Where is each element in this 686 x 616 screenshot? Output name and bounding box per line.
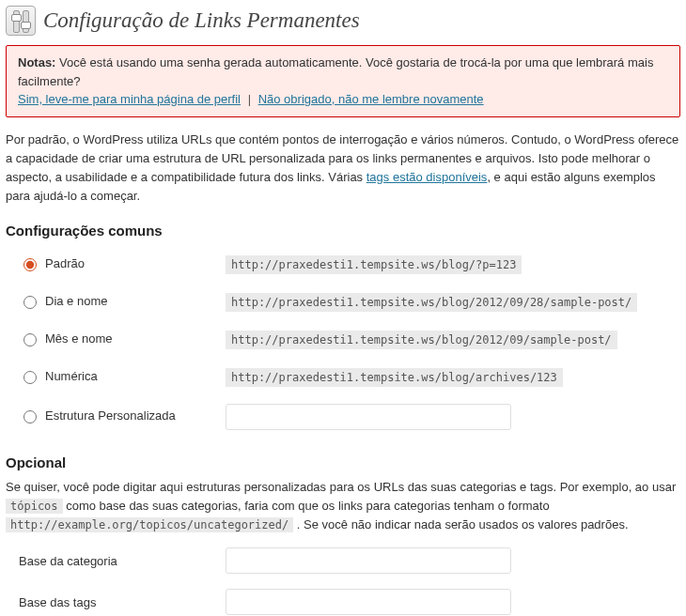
permalink-options-table: Padrãohttp://praxedesti1.tempsite.ws/blo… <box>6 246 680 438</box>
tag-base-input[interactable] <box>226 589 511 615</box>
notice-separator: | <box>244 92 255 106</box>
permalink-option-label-text: Mês e nome <box>45 331 113 346</box>
permalink-example-default: http://praxedesti1.tempsite.ws/blog/?p=1… <box>226 255 522 274</box>
permalink-radio-numeric[interactable] <box>23 371 37 384</box>
opt-code-topics: tópicos <box>6 499 63 514</box>
opt-code-example-url: http://example.org/topicos/uncategorized… <box>6 517 293 532</box>
permalink-radio-monthname[interactable] <box>23 333 37 346</box>
notice-link-dismiss[interactable]: Não obrigado, não me lembre novamente <box>258 92 484 106</box>
permalink-option-row: Estrutura Personalizada <box>6 396 680 438</box>
permalink-radio-label-default[interactable]: Padrão <box>19 255 85 271</box>
permalink-option-cell-label: Estrutura Personalizada <box>6 396 216 438</box>
notice-link-profile[interactable]: Sim, leve-me para minha página de perfil <box>18 92 241 106</box>
permalink-option-row: Numéricahttp://praxedesti1.tempsite.ws/b… <box>6 359 680 396</box>
tag-base-label: Base das tags <box>6 581 216 616</box>
permalink-option-cell-example: http://praxedesti1.tempsite.ws/blog/2012… <box>216 321 680 359</box>
permalink-option-label-text: Numérica <box>45 369 98 383</box>
permalink-option-row: Dia e nomehttp://praxedesti1.tempsite.ws… <box>6 284 680 321</box>
settings-icon <box>6 6 36 36</box>
permalink-option-cell-example <box>216 396 680 438</box>
permalink-radio-label-numeric[interactable]: Numérica <box>19 368 98 384</box>
permalink-option-cell-label: Mês e nome <box>6 321 216 359</box>
permalink-radio-custom[interactable] <box>23 410 37 424</box>
optional-fields-table: Base da categoria Base das tags <box>6 540 680 616</box>
permalink-option-cell-label: Padrão <box>6 246 216 284</box>
permalink-example-numeric: http://praxedesti1.tempsite.ws/blog/arch… <box>226 368 563 387</box>
opt-text-1: Se quiser, você pode digitar aqui estrut… <box>6 480 676 494</box>
permalink-option-cell-label: Numérica <box>6 359 216 396</box>
permalink-option-cell-label: Dia e nome <box>6 284 216 321</box>
permalink-example-dayname: http://praxedesti1.tempsite.ws/blog/2012… <box>226 293 637 312</box>
tags-available-link[interactable]: tags estão disponíveis <box>366 170 488 184</box>
permalink-radio-label-custom[interactable]: Estrutura Personalizada <box>19 408 176 424</box>
permalink-radio-label-dayname[interactable]: Dia e nome <box>19 293 107 309</box>
section-common-heading: Configurações comuns <box>6 223 680 239</box>
permalink-option-row: Padrãohttp://praxedesti1.tempsite.ws/blo… <box>6 246 680 284</box>
page-title-text: Configuração de Links Permanentes <box>43 8 360 33</box>
permalink-option-cell-example: http://praxedesti1.tempsite.ws/blog/arch… <box>216 359 680 396</box>
permalink-radio-dayname[interactable] <box>23 296 37 309</box>
permalink-option-label-text: Padrão <box>45 256 85 270</box>
permalink-radio-label-monthname[interactable]: Mês e nome <box>19 331 113 346</box>
permalink-option-label-text: Estrutura Personalizada <box>45 408 176 423</box>
permalink-option-cell-example: http://praxedesti1.tempsite.ws/blog/?p=1… <box>216 246 680 284</box>
notice-label: Notas: <box>18 55 55 69</box>
category-base-label: Base da categoria <box>6 540 216 581</box>
permalink-option-row: Mês e nomehttp://praxedesti1.tempsite.ws… <box>6 321 680 359</box>
optional-description: Se quiser, você pode digitar aqui estrut… <box>6 478 680 534</box>
opt-text-2: como base das suas categorias, faria com… <box>63 499 550 513</box>
intro-paragraph: Por padrão, o WordPress utiliza URLs que… <box>6 131 680 207</box>
password-nag-notice: Notas: Você está usando uma senha gerada… <box>6 45 680 117</box>
permalink-radio-default[interactable] <box>23 258 37 271</box>
custom-structure-input[interactable] <box>226 404 511 430</box>
permalink-example-monthname: http://praxedesti1.tempsite.ws/blog/2012… <box>226 331 617 349</box>
permalink-option-cell-example: http://praxedesti1.tempsite.ws/blog/2012… <box>216 284 680 321</box>
permalink-option-label-text: Dia e nome <box>45 294 107 308</box>
section-optional-heading: Opcional <box>6 454 680 470</box>
notice-message: Você está usando uma senha gerada automa… <box>18 55 653 88</box>
category-base-input[interactable] <box>226 547 511 574</box>
page-title: Configuração de Links Permanentes <box>6 6 680 36</box>
opt-text-3: . Se você não indicar nada serão usados … <box>293 517 628 531</box>
